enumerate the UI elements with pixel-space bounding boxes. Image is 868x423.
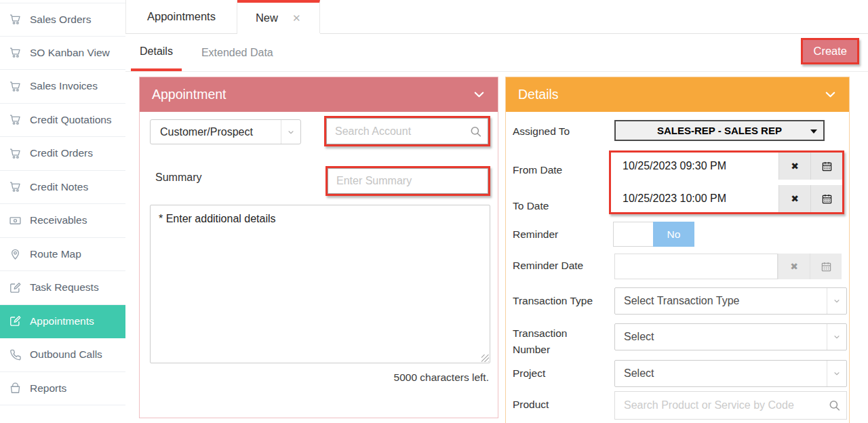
cart-icon — [9, 13, 22, 26]
reminder-label: Reminder — [513, 226, 558, 243]
from-date-calendar-button[interactable] — [810, 153, 842, 180]
chevron-down-icon — [827, 324, 846, 350]
sidebar-item-label: Credit Notes — [30, 181, 88, 193]
sidebar-item-credit-notes[interactable]: Credit Notes — [0, 171, 125, 205]
sidebar-item-route-map[interactable]: Route Map — [0, 238, 125, 272]
search-icon[interactable] — [469, 125, 482, 138]
transaction-type-label: Transaction Type — [513, 293, 593, 309]
clear-from-date-button[interactable]: ✖ — [778, 153, 810, 180]
sidebar-item-credit-orders[interactable]: Credit Orders — [0, 137, 125, 171]
reminder-date-input[interactable] — [614, 254, 778, 279]
characters-left-text: 5000 characters left. — [394, 371, 489, 384]
cart-icon — [9, 46, 22, 59]
account-type-select[interactable]: Customer/Prospect — [150, 119, 301, 144]
sidebar-item-so-kanban-view[interactable]: SO Kanban View — [0, 37, 125, 70]
sidebar-item-sales-invoices[interactable]: Sales Invoices — [0, 70, 125, 104]
clear-to-date-button[interactable]: ✖ — [778, 185, 810, 212]
sidebar-item-label: Task Requests — [30, 281, 99, 294]
chevron-down-icon — [281, 120, 300, 144]
x-icon: ✖ — [791, 161, 799, 172]
sidebar-item-appointments[interactable]: Appointments — [0, 305, 125, 339]
phone-icon — [9, 348, 22, 361]
appointment-panel: Appointment Customer/Prospect Summary * … — [139, 77, 498, 418]
sidebar-item-reports[interactable]: Reports — [0, 372, 125, 406]
sidebar-item-label: Credit Quotations — [30, 114, 112, 126]
clear-reminder-date-button[interactable]: ✖ — [778, 254, 810, 279]
transaction-number-select[interactable]: Select — [614, 323, 847, 350]
resize-handle[interactable] — [481, 355, 489, 362]
chevron-down-icon — [827, 288, 846, 314]
details-panel: Details Assigned To SALES-REP - SALES RE… — [505, 77, 850, 423]
create-button[interactable]: Create — [801, 38, 859, 64]
project-placeholder: Select — [615, 361, 827, 386]
cart-icon — [9, 113, 22, 126]
to-date-label: To Date — [513, 198, 549, 214]
sidebar-item-label: Sales Orders — [30, 14, 91, 26]
project-select[interactable]: Select — [614, 360, 847, 387]
appointment-panel-header[interactable]: Appointment — [140, 77, 498, 112]
project-label: Project — [513, 365, 545, 382]
sidebar-list: Sales Orders SO Kanban View Sales Invoic… — [0, 3, 125, 405]
from-date-field: ✖ — [611, 153, 842, 180]
product-label: Product — [513, 397, 549, 413]
from-date-label: From Date — [513, 162, 562, 178]
caret-down-icon — [810, 129, 817, 134]
sidebar-item-credit-quotations[interactable]: Credit Quotations — [0, 104, 125, 138]
tab-bar: Appointments New ✕ — [125, 0, 868, 34]
transaction-type-placeholder: Select Transaction Type — [615, 288, 827, 314]
assigned-to-select[interactable]: SALES-REP - SALES REP — [614, 120, 825, 141]
to-date-input[interactable] — [611, 185, 778, 212]
summary-label: Summary — [155, 172, 201, 184]
from-date-input[interactable] — [611, 153, 778, 180]
account-type-value: Customer/Prospect — [151, 120, 281, 144]
sidebar-item-outbound-calls[interactable]: Outbound Calls — [0, 338, 125, 372]
map-pin-icon — [9, 247, 22, 260]
edit-icon — [9, 315, 22, 327]
tab-extended-data[interactable]: Extended Data — [193, 34, 282, 71]
reminder-date-label: Reminder Date — [513, 258, 583, 274]
panel-title: Details — [518, 87, 559, 102]
additional-details-textarea[interactable]: * Enter additional details — [150, 205, 490, 363]
product-field — [614, 391, 847, 420]
summary-field — [326, 166, 490, 196]
cart-icon — [9, 80, 22, 93]
chevron-down-icon[interactable] — [823, 87, 837, 102]
product-search-input[interactable] — [614, 391, 847, 420]
search-icon[interactable] — [828, 399, 841, 412]
x-icon: ✖ — [791, 193, 799, 204]
sidebar-item-receivables[interactable]: Receivables — [0, 204, 125, 238]
tab-new[interactable]: New ✕ — [237, 0, 320, 33]
tab-details[interactable]: Details — [131, 34, 182, 71]
transaction-number-label: Transaction Number — [513, 325, 587, 358]
tab-label: Appointments — [147, 10, 216, 23]
calendar-icon — [821, 161, 833, 172]
close-icon[interactable]: ✕ — [292, 12, 301, 24]
transaction-type-select[interactable]: Select Transaction Type — [614, 287, 847, 315]
search-account-field — [324, 116, 490, 146]
tab-appointments[interactable]: Appointments — [125, 0, 237, 33]
details-panel-header[interactable]: Details — [506, 77, 849, 112]
edit-icon — [9, 281, 22, 294]
reminder-date-field: ✖ — [614, 254, 842, 279]
reminder-toggle[interactable]: No — [613, 222, 694, 247]
chevron-down-icon[interactable] — [472, 87, 486, 102]
toggle-off-segment[interactable] — [613, 222, 653, 247]
to-date-calendar-button[interactable] — [810, 185, 842, 212]
sidebar-item-label: Credit Orders — [30, 147, 93, 159]
cart-icon — [9, 180, 22, 193]
tab-label: New — [256, 12, 278, 24]
reminder-date-calendar-button[interactable] — [810, 254, 842, 279]
assigned-to-label: Assigned To — [513, 123, 570, 140]
sidebar-item-label: Outbound Calls — [30, 348, 102, 361]
sidebar-item-sales-orders[interactable]: Sales Orders — [0, 3, 125, 37]
main-content: Appointments New ✕ Details Extended Data… — [125, 0, 868, 423]
toggle-state-text[interactable]: No — [653, 222, 694, 247]
chevron-down-icon — [827, 361, 846, 386]
search-account-input[interactable] — [326, 118, 488, 144]
assigned-to-value: SALES-REP - SALES REP — [657, 125, 782, 136]
sidebar-item-label: Sales Invoices — [30, 80, 98, 92]
sidebar: Sales Orders SO Kanban View Sales Invoic… — [0, 0, 125, 423]
sidebar-item-label: Appointments — [30, 315, 94, 327]
summary-input[interactable] — [328, 168, 488, 194]
sidebar-item-task-requests[interactable]: Task Requests — [0, 271, 125, 305]
